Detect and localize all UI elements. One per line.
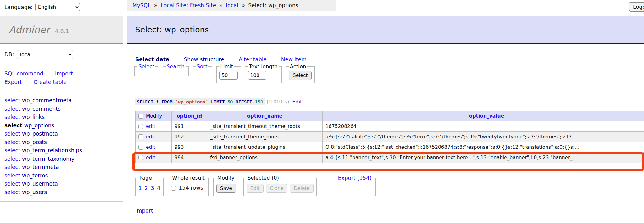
rows-count-label: 154 rows: [179, 185, 203, 191]
table-name-link[interactable]: wp_posts: [22, 139, 47, 145]
page-fieldset: Page 1234: [135, 175, 164, 196]
select-table-link[interactable]: select: [4, 189, 20, 195]
table-name-link[interactable]: wp_options: [24, 122, 54, 129]
sort-option-name-link[interactable]: option_name: [247, 113, 282, 119]
sql-keyword: LIMIT: [211, 99, 225, 104]
brand-name: Adminer: [9, 24, 50, 35]
db-label: DB:: [4, 51, 14, 58]
row-checkbox[interactable]: [138, 124, 143, 129]
select-table-link[interactable]: select: [4, 114, 20, 120]
table-name-link[interactable]: wp_term_taxonomy: [22, 156, 75, 162]
sort-option-value-link[interactable]: option_value: [469, 113, 504, 119]
export-link[interactable]: Export (154): [338, 175, 372, 181]
edit-row-link[interactable]: edit: [146, 134, 155, 140]
language-label: Language:: [4, 4, 33, 10]
table-name-link[interactable]: wp_comments: [22, 106, 61, 112]
modify-legend: Modify: [216, 175, 236, 181]
table-name-link[interactable]: wp_terms: [22, 172, 48, 179]
select-table-link[interactable]: select: [4, 147, 20, 153]
results-table-wrap: Modify option_id option_name option_valu…: [135, 111, 644, 163]
pagination: 1234: [138, 182, 160, 191]
sort-option-id-link[interactable]: option_id: [177, 113, 202, 119]
list-item: select wp_links: [4, 113, 123, 121]
text-length-input[interactable]: [248, 71, 266, 80]
table-name-link[interactable]: wp_users: [22, 189, 47, 195]
column-header-option-name: option_name: [207, 111, 323, 121]
select-table-link[interactable]: select: [4, 131, 20, 137]
select-submit-button[interactable]: Select: [289, 71, 312, 80]
table-list: select wp_commentmeta select wp_comments…: [0, 92, 123, 202]
cell-option-id: 994: [172, 153, 207, 163]
table-name-link[interactable]: wp_term_relationships: [22, 147, 82, 153]
page-link-1[interactable]: 1: [138, 185, 142, 191]
limit-input[interactable]: [219, 71, 238, 80]
tab-alter-table[interactable]: Alter table: [239, 56, 267, 63]
table-name-link[interactable]: wp_links: [22, 114, 45, 120]
edit-selected-button[interactable]: Edit: [247, 184, 264, 193]
page-legend: Page: [138, 175, 153, 181]
search-link[interactable]: Search: [167, 64, 185, 70]
modify-header-cell: Modify: [136, 111, 172, 121]
page-title: Select: wp_options: [135, 25, 644, 34]
language-select[interactable]: English: [35, 3, 80, 11]
sql-command-link[interactable]: SQL command: [4, 70, 43, 77]
create-table-link[interactable]: Create table: [34, 79, 67, 85]
sql-edit-link[interactable]: Edit: [292, 99, 302, 105]
select-table-link[interactable]: select: [4, 181, 20, 187]
edit-row-link[interactable]: edit: [146, 124, 155, 129]
clone-selected-button[interactable]: Clone: [266, 184, 287, 193]
list-item: select wp_comments: [4, 105, 123, 113]
select-table-link[interactable]: select: [4, 172, 20, 179]
cell-option-value: a:5:{s:7:"calcite";s:7:"/themes";s:5:"te…: [323, 132, 644, 142]
page-link-3[interactable]: 3: [151, 185, 154, 191]
whole-result-fieldset: Whole result 154 rows: [168, 175, 209, 196]
cell-option-id: 991: [172, 121, 207, 132]
tab-new-item[interactable]: New item: [281, 56, 307, 63]
select-table-link[interactable]: select: [4, 139, 20, 145]
modify-header-link[interactable]: Modify: [146, 113, 162, 119]
select-table-link[interactable]: select: [4, 164, 20, 170]
select-table-link[interactable]: select: [4, 156, 20, 162]
edit-row-link[interactable]: edit: [146, 144, 155, 150]
select-table-link[interactable]: select: [4, 97, 20, 103]
filter-row: Select Search Sort Limit Text length Act…: [134, 64, 315, 83]
list-item: select wp_usermeta: [4, 180, 123, 188]
results-table: Modify option_id option_name option_valu…: [135, 111, 644, 163]
breadcrumb-db-link[interactable]: local: [226, 2, 238, 8]
save-button[interactable]: Save: [216, 184, 236, 193]
breadcrumb-site-link[interactable]: Local Site: Fresh Site: [161, 2, 216, 8]
tab-bar: Select data Show structure Alter table N…: [135, 56, 307, 63]
app-logo: Adminer 4.8.1: [0, 16, 123, 44]
sql-query-line: SELECT * FROM `wp_options` LIMIT 50 OFFS…: [135, 99, 302, 105]
db-select[interactable]: local: [17, 50, 73, 59]
table-name-link[interactable]: wp_postmeta: [22, 131, 58, 137]
table-name-link[interactable]: wp_usermeta: [22, 181, 58, 187]
sql-number: 150: [255, 99, 263, 104]
edit-row-link[interactable]: edit: [146, 155, 155, 160]
row-checkbox[interactable]: [138, 145, 143, 150]
table-row: edit 992 _site_transient_theme_roots a:5…: [136, 132, 644, 142]
select-all-checkbox[interactable]: [138, 114, 143, 119]
import-link-sidebar[interactable]: Import: [55, 70, 73, 77]
sort-link[interactable]: Sort: [197, 64, 208, 70]
limit-legend: Limit: [219, 64, 234, 70]
select-table-link[interactable]: select: [4, 106, 20, 112]
select-columns-link[interactable]: Select: [138, 64, 154, 70]
row-checkbox[interactable]: [138, 155, 143, 160]
breadcrumb-server-link[interactable]: MySQL: [132, 2, 151, 8]
tab-show-structure[interactable]: Show structure: [184, 56, 224, 63]
page-link-2[interactable]: 2: [145, 185, 148, 191]
table-row: edit 991 _site_transient_timeout_theme_r…: [136, 121, 644, 132]
logout-button[interactable]: Logout: [629, 2, 644, 12]
list-item: select wp_term_relationships: [4, 146, 123, 155]
list-item: select wp_posts: [4, 138, 123, 147]
export-link-sidebar[interactable]: Export: [4, 79, 22, 85]
table-name-link[interactable]: wp_termmeta: [22, 164, 59, 170]
selected-legend: Selected (0): [247, 175, 280, 181]
modify-fieldset: Modify Save: [213, 175, 239, 196]
delete-selected-button[interactable]: Delete: [290, 184, 314, 193]
table-name-link[interactable]: wp_commentmeta: [22, 97, 72, 103]
row-checkbox[interactable]: [138, 134, 143, 139]
whole-result-checkbox[interactable]: [171, 186, 176, 191]
import-link[interactable]: Import: [135, 208, 153, 214]
